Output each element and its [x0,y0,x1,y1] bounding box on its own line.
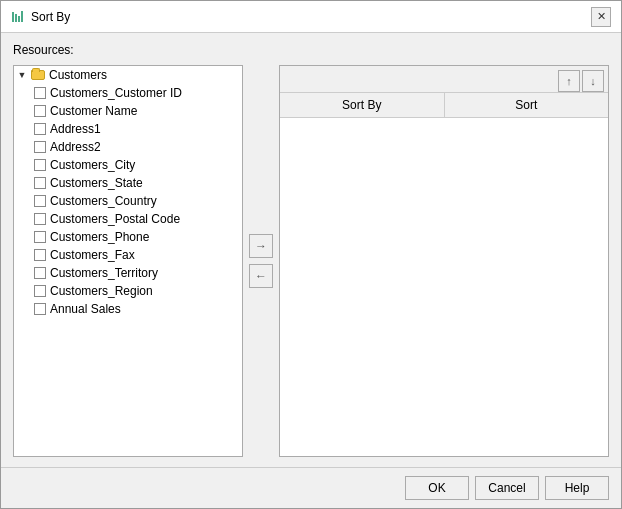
svg-rect-2 [18,16,20,22]
sort-table-body [280,118,608,456]
sort-by-column-header: Sort By [280,93,445,117]
list-item[interactable]: Address1 [14,120,242,138]
folder-icon [30,69,46,81]
list-item[interactable]: Annual Sales [14,300,242,318]
sort-by-dialog: Sort By ✕ Resources: ▼ Customers [0,0,622,509]
field-checkbox [34,159,46,171]
svg-rect-1 [15,14,17,22]
field-label: Customers_Fax [50,248,135,262]
field-label: Customers_Country [50,194,157,208]
move-left-button[interactable]: ← [249,264,273,288]
sort-table: ↑ ↓ Sort By Sort [279,65,609,457]
main-area: ▼ Customers Customers_Customer ID Custom… [13,65,609,457]
field-label: Annual Sales [50,302,121,316]
field-checkbox [34,231,46,243]
title-bar-left: Sort By [11,10,70,24]
dialog-body: Resources: ▼ Customers Customers_Custome… [1,33,621,467]
dialog-title: Sort By [31,10,70,24]
ok-button[interactable]: OK [405,476,469,500]
close-button[interactable]: ✕ [591,7,611,27]
field-checkbox [34,141,46,153]
list-item[interactable]: Customers_City [14,156,242,174]
field-label: Customers_Customer ID [50,86,182,100]
sort-icon [11,10,25,24]
field-checkbox [34,285,46,297]
field-label: Address2 [50,140,101,154]
field-label: Customers_Postal Code [50,212,180,226]
field-checkbox [34,123,46,135]
svg-rect-3 [21,11,23,22]
tree-root-customers[interactable]: ▼ Customers [14,66,242,84]
sort-column-header: Sort [445,93,609,117]
title-bar: Sort By ✕ [1,1,621,33]
list-item[interactable]: Customers_Country [14,192,242,210]
tree-root-label: Customers [49,68,107,82]
field-label: Customers_Phone [50,230,149,244]
list-item[interactable]: Customers_Fax [14,246,242,264]
list-item[interactable]: Customers_Phone [14,228,242,246]
resources-label: Resources: [13,43,609,57]
field-label: Customer Name [50,104,137,118]
list-item[interactable]: Customer Name [14,102,242,120]
list-item[interactable]: Customers_State [14,174,242,192]
nav-down-button[interactable]: ↓ [582,70,604,92]
field-label: Customers_State [50,176,143,190]
list-item[interactable]: Customers_Customer ID [14,84,242,102]
field-label: Address1 [50,122,101,136]
field-label: Customers_City [50,158,135,172]
field-label: Customers_Territory [50,266,158,280]
field-checkbox [34,195,46,207]
help-button[interactable]: Help [545,476,609,500]
resource-tree[interactable]: ▼ Customers Customers_Customer ID Custom… [13,65,243,457]
field-checkbox [34,249,46,261]
list-item[interactable]: Customers_Territory [14,264,242,282]
list-item[interactable]: Customers_Postal Code [14,210,242,228]
field-checkbox [34,87,46,99]
list-item[interactable]: Address2 [14,138,242,156]
svg-rect-0 [12,12,14,22]
dialog-footer: OK Cancel Help [1,467,621,508]
field-checkbox [34,105,46,117]
field-checkbox [34,213,46,225]
cancel-button[interactable]: Cancel [475,476,539,500]
move-right-button[interactable]: → [249,234,273,258]
field-checkbox [34,303,46,315]
field-checkbox [34,267,46,279]
list-item[interactable]: Customers_Region [14,282,242,300]
field-label: Customers_Region [50,284,153,298]
nav-up-button[interactable]: ↑ [558,70,580,92]
transfer-controls: → ← [243,65,279,457]
sort-table-header: Sort By Sort [280,93,608,118]
field-checkbox [34,177,46,189]
expand-arrow-icon: ▼ [16,69,28,81]
